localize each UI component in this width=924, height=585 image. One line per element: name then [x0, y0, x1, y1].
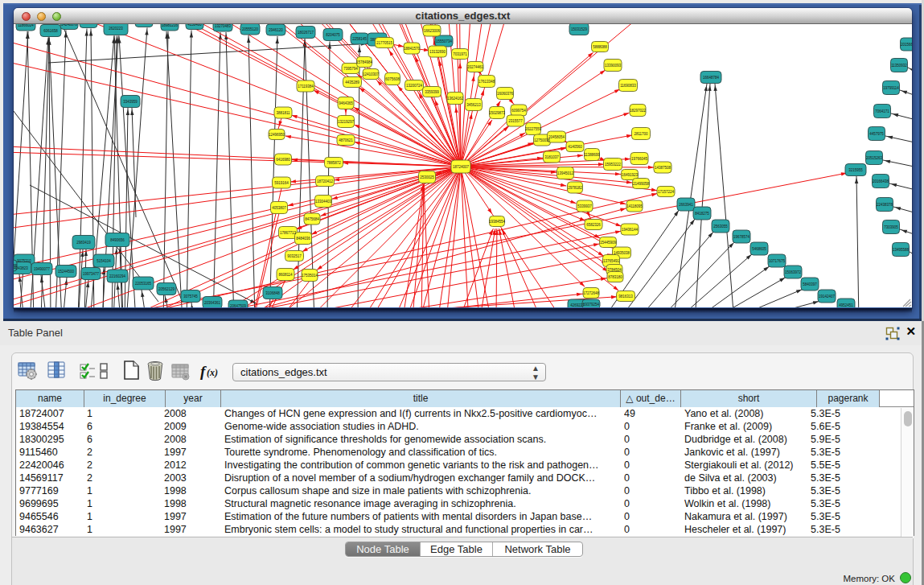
svg-text:11388699: 11388699	[584, 153, 600, 157]
svg-text:13390093: 13390093	[605, 64, 622, 68]
svg-text:2946120: 2946120	[269, 28, 283, 32]
svg-text:4870621: 4870621	[339, 138, 353, 142]
svg-text:2978182: 2978182	[568, 186, 582, 190]
svg-text:3075745: 3075745	[183, 295, 198, 299]
svg-text:2315577: 2315577	[508, 119, 523, 123]
svg-text:3181037: 3181037	[544, 155, 559, 159]
svg-text:2563055: 2563055	[713, 225, 728, 229]
svg-text:19379254: 19379254	[583, 303, 600, 307]
svg-text:7303905: 7303905	[884, 225, 898, 229]
svg-text:16491923: 16491923	[622, 173, 639, 177]
svg-text:20227559: 20227559	[525, 127, 542, 131]
svg-text:7395794: 7395794	[343, 67, 358, 71]
svg-text:8608114: 8608114	[278, 273, 293, 277]
svg-text:20562129: 20562129	[158, 287, 175, 291]
svg-text:16623006: 16623006	[424, 29, 441, 33]
svg-text:8418275: 8418275	[695, 212, 709, 216]
svg-text:21499058: 21499058	[633, 182, 650, 186]
svg-text:15031529: 15031529	[571, 27, 588, 31]
svg-text:17272648: 17272648	[583, 291, 600, 295]
svg-text:2530025: 2530025	[420, 175, 434, 179]
svg-text:19490077: 19490077	[34, 267, 51, 271]
svg-text:15953222: 15953222	[605, 163, 622, 167]
svg-text:14310388: 14310388	[14, 264, 18, 268]
svg-text:14118095: 14118095	[626, 204, 643, 208]
svg-text:15784984: 15784984	[356, 60, 373, 64]
svg-text:13304403: 13304403	[315, 200, 332, 204]
svg-text:18981216: 18981216	[162, 24, 179, 27]
svg-text:13132690: 13132690	[429, 50, 446, 54]
svg-text:11866024: 11866024	[18, 24, 34, 27]
svg-text:11350932: 11350932	[891, 64, 907, 68]
svg-text:9816313: 9816313	[618, 295, 633, 299]
svg-text:19678574: 19678574	[733, 235, 750, 239]
svg-text:4457975: 4457975	[869, 132, 884, 136]
svg-text:20555120: 20555120	[242, 27, 259, 31]
svg-text:6075608: 6075608	[385, 77, 400, 81]
svg-text:10717675: 10717675	[769, 259, 786, 263]
svg-text:15244500: 15244500	[58, 270, 75, 274]
svg-text:22053165: 22053165	[135, 282, 152, 286]
svg-text:3456213: 3456213	[466, 103, 481, 107]
svg-text:6582326: 6582326	[586, 223, 601, 227]
svg-text:16648784: 16648784	[703, 76, 720, 80]
svg-text:13270483: 13270483	[215, 24, 232, 28]
svg-text:9464365: 9464365	[339, 101, 353, 105]
svg-text:13765491: 13765491	[603, 259, 620, 263]
svg-text:4053807: 4053807	[272, 206, 286, 210]
svg-text:21770515: 21770515	[376, 41, 393, 45]
svg-text:5919164: 5919164	[274, 181, 289, 185]
svg-text:18720412: 18720412	[317, 179, 334, 183]
svg-text:f: f	[200, 363, 207, 380]
svg-text:19766045: 19766045	[631, 157, 648, 161]
svg-text:20458054: 20458054	[548, 135, 565, 139]
svg-text:5154104: 5154104	[97, 259, 111, 263]
svg-text:3881811: 3881811	[276, 111, 290, 115]
svg-text:12410307: 12410307	[363, 72, 380, 76]
svg-text:18724007: 18724007	[453, 165, 470, 169]
svg-text:19799114: 19799114	[883, 86, 899, 90]
svg-text:20364361: 20364361	[204, 301, 221, 305]
svg-text:20156684: 20156684	[901, 43, 912, 47]
svg-text:8204075: 8204075	[326, 33, 340, 37]
svg-text:3215955: 3215955	[848, 168, 863, 172]
svg-text:17535014: 17535014	[302, 274, 318, 278]
svg-text:22841736: 22841736	[80, 24, 97, 25]
svg-text:11690833: 11690833	[620, 84, 636, 88]
svg-text:18026717: 18026717	[298, 31, 314, 35]
svg-text:14248078: 14248078	[61, 24, 78, 27]
svg-text:12496950: 12496950	[269, 133, 285, 137]
svg-text:19142407: 19142407	[819, 295, 836, 299]
svg-text:20647509: 20647509	[230, 304, 247, 307]
svg-text:6416980: 6416980	[276, 158, 290, 162]
svg-text:20515263: 20515263	[866, 156, 883, 160]
svg-text:14935038: 14935038	[614, 251, 630, 255]
svg-text:3784504: 3784504	[607, 268, 622, 272]
svg-text:22438378: 22438378	[877, 203, 893, 207]
svg-text:18297022: 18297022	[630, 109, 647, 113]
svg-text:15063972: 15063972	[785, 270, 802, 274]
svg-text:16060376: 16060376	[497, 92, 514, 96]
svg-text:3359399: 3359399	[425, 90, 439, 94]
svg-text:15550734: 15550734	[436, 39, 453, 43]
svg-text:5840397: 5840397	[803, 282, 817, 286]
svg-text:2983419: 2983419	[76, 241, 91, 245]
svg-text:17867713: 17867713	[280, 231, 297, 235]
svg-text:17119384: 17119384	[298, 84, 314, 89]
svg-text:17613348: 17613348	[478, 80, 495, 84]
svg-text:7031971: 7031971	[453, 52, 467, 56]
svg-text:13219297: 13219297	[338, 120, 355, 124]
svg-text:18841570: 18841570	[404, 47, 421, 51]
svg-text:6099754: 6099754	[511, 109, 526, 113]
svg-text:2811700: 2811700	[634, 132, 648, 136]
svg-text:5888088: 5888088	[593, 45, 607, 49]
svg-text:(x): (x)	[207, 367, 218, 378]
svg-text:8490656: 8490656	[110, 238, 125, 242]
svg-text:22160294: 22160294	[109, 274, 126, 278]
svg-text:9032517: 9032517	[287, 254, 302, 258]
svg-text:3343959: 3343959	[123, 100, 138, 104]
svg-text:8484036: 8484036	[296, 237, 310, 241]
svg-text:13624162: 13624162	[447, 97, 464, 101]
svg-text:7064171: 7064171	[875, 109, 889, 113]
svg-text:7885872: 7885872	[326, 161, 341, 165]
